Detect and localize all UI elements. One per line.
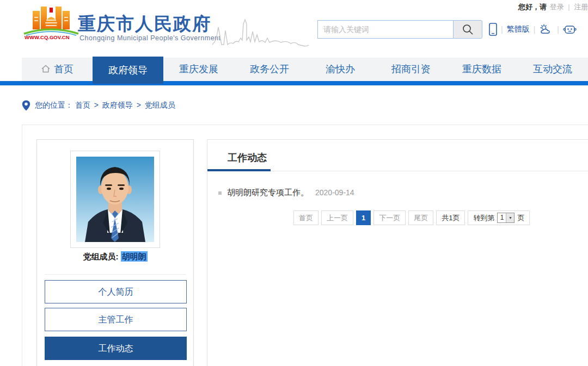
bullet-icon (218, 191, 222, 195)
nav-item-government-affairs[interactable]: 政务公开 (234, 58, 305, 81)
breadcrumb-separator: > (137, 101, 141, 109)
official-portrait (76, 157, 154, 242)
separator: | (501, 25, 503, 34)
magnifier-icon (461, 23, 474, 36)
goto-suffix: 页 (517, 211, 524, 225)
register-link[interactable]: 注册 (574, 3, 588, 11)
site-logo[interactable]: WWW.CQ.GOV.CN (21, 3, 82, 42)
work-updates-panel: 工作动态 胡明朗研究专项工作。 2020-09-14 首页 上一页 1 下一页 … (207, 139, 588, 366)
page-next-button[interactable]: 下一页 (373, 210, 406, 225)
page-prev-button[interactable]: 上一页 (321, 210, 353, 225)
search-input[interactable] (317, 20, 453, 39)
profile-panel: 党组成员: 胡明朗 个人简历 主管工作 工作动态 (36, 139, 194, 366)
login-link[interactable]: 登录 (550, 3, 564, 11)
header-tools: | 繁體版 | | (489, 22, 577, 36)
robot-icon (563, 23, 577, 35)
breadcrumb-home[interactable]: 首页 (75, 101, 90, 109)
nav-label: 首页 (54, 64, 74, 75)
greeting-text: 您好，请 (518, 3, 547, 11)
account-bar: 您好，请 登录 | 注册 (518, 2, 588, 12)
site-url-text: WWW.CQ.GOV.CN (24, 34, 70, 40)
nav-item-chongqing-data[interactable]: 重庆数据 (446, 58, 517, 81)
breadcrumb-separator: > (94, 101, 99, 109)
separator: | (557, 25, 559, 34)
nav-item-chongqing-development[interactable]: 重庆发展 (163, 58, 234, 81)
search-button[interactable] (453, 20, 482, 39)
weather-button[interactable] (539, 23, 553, 35)
article-link[interactable]: 胡明朗研究专项工作。 (227, 188, 309, 198)
page-select-value: 1 (498, 213, 506, 222)
official-name-row: 党组成员: 胡明朗 (37, 252, 193, 262)
page-first-button[interactable]: 首页 (293, 210, 318, 225)
ai-assistant-button[interactable] (563, 23, 577, 35)
page-last-button[interactable]: 尾页 (408, 210, 433, 225)
breadcrumb-party-members[interactable]: 党组成员 (145, 101, 175, 109)
nav-item-investment[interactable]: 招商引资 (376, 58, 446, 81)
separator: | (568, 3, 569, 11)
panel-divider (45, 274, 186, 275)
section-heading: 工作动态 (228, 151, 267, 164)
breadcrumb-leaders[interactable]: 政府领导 (102, 101, 133, 109)
nav-accent-bar (0, 81, 588, 85)
official-photo-frame (70, 151, 160, 248)
search-area (317, 20, 482, 39)
site-subtitle: Chongqing Municipal People's Government (79, 34, 221, 42)
mobile-version-button[interactable] (489, 23, 497, 36)
role-label: 党组成员: (83, 252, 118, 261)
location-pin-icon (22, 100, 30, 111)
traditional-chinese-button[interactable]: 繁體版 (507, 24, 530, 34)
separator: | (534, 25, 536, 34)
menu-work-updates[interactable]: 工作动态 (45, 337, 187, 360)
official-name: 胡明朗 (121, 251, 148, 262)
page-select[interactable]: 1 ▼ (497, 213, 514, 223)
page-total: 共1页 (436, 210, 465, 225)
main-nav: 首页 政府领导 重庆发展 政务公开 渝快办 招商引资 重庆数据 互动交流 (22, 58, 588, 81)
pagination: 首页 上一页 1 下一页 尾页 共1页 转到第 1 ▼ 页 (293, 210, 530, 225)
nav-item-home[interactable]: 首页 (22, 58, 93, 81)
breadcrumb-text: 您的位置： 首页 > 政府领导 > 党组成员 (35, 101, 175, 110)
weather-icon (539, 23, 553, 35)
page-goto: 转到第 1 ▼ 页 (468, 210, 530, 225)
menu-personal-resume[interactable]: 个人简历 (45, 280, 187, 303)
nav-item-interaction[interactable]: 互动交流 (517, 58, 588, 81)
page-current[interactable]: 1 (356, 210, 371, 225)
home-icon (41, 64, 51, 73)
heading-accent (207, 169, 271, 171)
government-building-icon: WWW.CQ.GOV.CN (21, 3, 82, 40)
nav-item-yukuaiban[interactable]: 渝快办 (305, 58, 376, 81)
dropdown-arrow-icon: ▼ (506, 213, 514, 222)
city-skyline-graphic (211, 16, 309, 47)
menu-responsibilities[interactable]: 主管工作 (45, 308, 187, 331)
article-date: 2020-09-14 (315, 188, 354, 197)
nav-item-government-leaders[interactable]: 政府领导 (93, 57, 163, 84)
breadcrumb-prefix: 您的位置： (35, 101, 73, 109)
page: 您好，请 登录 | 注册 WWW.CQ.GOV.CN 重庆市人民政府 Cho (0, 0, 588, 366)
article-row: 胡明朗研究专项工作。 2020-09-14 (218, 188, 354, 198)
breadcrumb: 您的位置： 首页 > 政府领导 > 党组成员 (22, 100, 175, 111)
mobile-phone-icon (489, 23, 497, 36)
site-title: 重庆市人民政府 (78, 12, 211, 36)
goto-prefix: 转到第 (473, 211, 494, 225)
